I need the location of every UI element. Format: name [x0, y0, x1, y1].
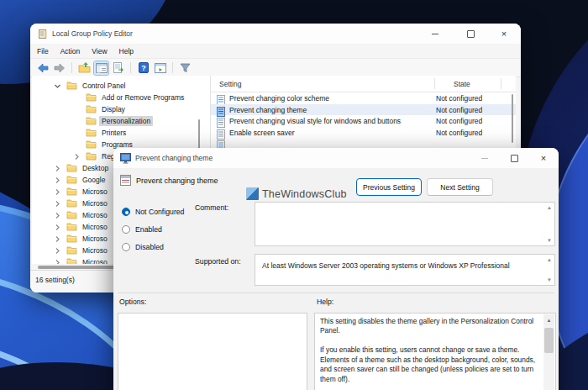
column-separator[interactable]: [501, 78, 501, 89]
setting-name-cell: Prevent changing color scheme: [229, 94, 329, 103]
help-scrollbar[interactable]: ▲: [543, 314, 554, 390]
watermark-text: TheWindowsClub: [262, 188, 347, 200]
chevron-right-icon[interactable]: [54, 165, 66, 172]
menu-file[interactable]: File: [37, 47, 49, 55]
next-setting-button[interactable]: Next Setting: [427, 178, 493, 196]
toolbar-separator: [71, 62, 72, 73]
scroll-up-icon[interactable]: ▲: [547, 205, 552, 210]
chevron-right-icon[interactable]: [54, 224, 66, 231]
radio-disabled[interactable]: Disabled: [122, 241, 184, 253]
monitor-icon: [120, 152, 131, 167]
state-radio-group: Not ConfiguredEnabledDisabled: [122, 206, 184, 253]
scrollbar-thumb[interactable]: [544, 328, 554, 353]
toolbar-separator: [172, 62, 173, 73]
tree-item-add-or-remove-programs[interactable]: Add or Remove Programs: [32, 92, 210, 103]
comment-textarea[interactable]: ▲ ▼: [255, 202, 555, 246]
toolbar-separator: [130, 62, 131, 73]
dialog-minimize-button[interactable]: [475, 151, 495, 165]
scroll-down-icon[interactable]: ▼: [547, 277, 552, 282]
radio-enabled[interactable]: Enabled: [122, 224, 184, 235]
tree-item-label: Add or Remove Programs: [99, 92, 186, 103]
dialog-close-button[interactable]: ×: [533, 151, 554, 165]
help-text: This setting disables the theme gallery …: [320, 317, 537, 384]
setting-row-enable-screen-saver[interactable]: Enable screen saverNot configured: [211, 127, 516, 139]
gpo-maximize-button[interactable]: [460, 27, 480, 40]
radio-label: Not Configured: [135, 208, 184, 216]
supported-on-label: Supported on:: [195, 257, 241, 266]
setting-state-cell: Not configured: [436, 117, 482, 125]
setting-state-cell: Not configured: [436, 129, 482, 137]
chevron-right-icon[interactable]: [54, 177, 66, 184]
chevron-right-icon[interactable]: [54, 247, 66, 255]
radio-label: Enabled: [135, 225, 162, 234]
chevron-right-icon[interactable]: [54, 200, 66, 208]
up-one-level-icon[interactable]: [77, 61, 92, 75]
policy-name: Prevent changing theme: [136, 177, 218, 185]
column-setting[interactable]: Setting: [219, 80, 241, 88]
radio-not-configured[interactable]: Not Configured: [122, 206, 184, 218]
gpo-close-button[interactable]: ×: [494, 27, 514, 40]
tree-item-label: Microso: [80, 187, 110, 197]
previous-setting-button[interactable]: Previous Setting: [356, 178, 422, 196]
tree-item-label: Microso: [80, 257, 110, 264]
chevron-right-icon[interactable]: [73, 153, 86, 161]
setting-row-prevent-changing-theme[interactable]: Prevent changing themeNot configured: [211, 104, 516, 116]
setting-row-prevent-changing-color-scheme[interactable]: Prevent changing color schemeNot configu…: [211, 92, 516, 104]
preview-pane-icon[interactable]: [153, 61, 167, 75]
filter-icon[interactable]: [178, 61, 192, 75]
chevron-down-icon[interactable]: [54, 82, 66, 90]
dialog-maximize-button[interactable]: [504, 151, 524, 165]
tree-item-printers[interactable]: Printers: [32, 127, 210, 139]
help-icon[interactable]: ?: [136, 61, 150, 75]
help-label: Help:: [317, 298, 333, 306]
menu-action[interactable]: Action: [60, 47, 81, 55]
setting-state-cell: Not configured: [436, 106, 482, 114]
tree-item-display[interactable]: Display: [32, 103, 210, 115]
menu-view[interactable]: View: [92, 47, 107, 55]
dialog-titlebar[interactable]: Prevent changing theme ×: [113, 148, 559, 168]
radio-button-icon[interactable]: [122, 243, 130, 251]
chevron-right-icon[interactable]: [54, 235, 66, 243]
folder-icon: [86, 149, 97, 164]
tree-item-control-panel[interactable]: Control Panel: [32, 80, 210, 92]
supported-on-box[interactable]: At least Windows Server 2003 operating s…: [255, 254, 555, 286]
export-list-icon[interactable]: [111, 61, 125, 75]
column-state[interactable]: State: [454, 80, 470, 88]
thewindowsclub-logo-icon: [246, 187, 259, 200]
chevron-right-icon[interactable]: [54, 259, 66, 265]
setting-name-cell: Prevent changing visual style for window…: [229, 117, 401, 125]
supported-on-value: At least Windows Server 2003 operating s…: [262, 261, 539, 270]
folder-icon: [66, 78, 77, 93]
tree-item-label: Microso: [80, 198, 110, 208]
help-box: This setting disables the theme gallery …: [314, 313, 556, 390]
options-box[interactable]: [118, 313, 307, 390]
watermark: TheWindowsClub: [246, 187, 347, 200]
gpo-titlebar[interactable]: Local Group Policy Editor ×: [30, 24, 521, 44]
forward-icon[interactable]: [52, 61, 66, 75]
list-vertical-scrollbar[interactable]: [512, 94, 513, 143]
chevron-right-icon[interactable]: [54, 212, 66, 219]
menu-help[interactable]: Help: [119, 47, 134, 55]
scroll-up-icon[interactable]: ▲: [543, 314, 554, 325]
radio-button-icon[interactable]: [122, 208, 130, 216]
list-header: Setting State: [211, 76, 516, 92]
back-icon[interactable]: [35, 61, 50, 75]
setting-state-cell: Not configured: [436, 94, 482, 103]
tree-item-label: Display: [99, 104, 128, 114]
chevron-right-icon[interactable]: [54, 188, 66, 196]
setting-row-partial: [211, 138, 516, 148]
scroll-down-icon[interactable]: ▼: [547, 238, 552, 243]
tree-item-label: Microso: [80, 234, 110, 244]
comment-label: Comment:: [195, 203, 228, 212]
setting-row-prevent-changing-visual-style-for-windows-and-buttons[interactable]: Prevent changing visual style for window…: [211, 115, 516, 127]
console-tree-icon[interactable]: [94, 61, 108, 75]
tree-horizontal-scrollbar[interactable]: [38, 266, 115, 269]
radio-button-icon[interactable]: [122, 225, 130, 234]
tree-item-personalization[interactable]: Personalization: [32, 115, 210, 127]
gpo-minimize-button[interactable]: [425, 27, 445, 40]
tree-item-label: Printers: [99, 128, 129, 138]
column-separator[interactable]: [434, 78, 435, 89]
policy-window-icon: [120, 174, 131, 189]
scroll-up-icon[interactable]: ▲: [547, 257, 552, 262]
folder-icon: [66, 255, 77, 264]
